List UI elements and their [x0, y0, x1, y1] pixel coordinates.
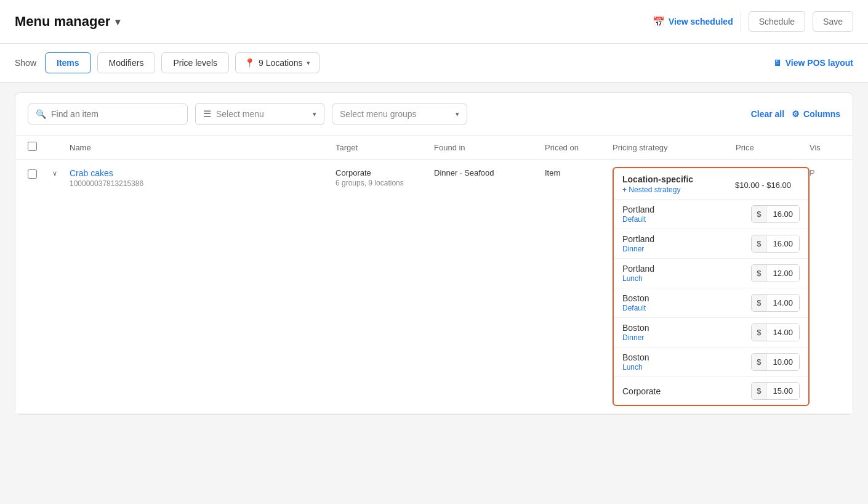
pricing-box: Location-specific + Nested strategy $10.… [613, 167, 810, 406]
view-pos-label: View POS layout [786, 58, 853, 68]
row-checkbox-cell [28, 160, 52, 179]
tab-items[interactable]: Items [45, 52, 91, 73]
search-input-wrap: 🔍 [28, 104, 188, 124]
toolbar-left: Show Items Modifiers Price levels 📍 9 Lo… [15, 52, 319, 73]
vis-cell: P [810, 160, 840, 186]
select-menu-chevron-icon: ▾ [313, 110, 316, 118]
target-cell: Corporate 6 groups, 9 locations [336, 160, 434, 196]
pricing-amount-input[interactable]: $ 16.00 [751, 235, 800, 253]
toolbar: Show Items Modifiers Price levels 📍 9 Lo… [0, 44, 868, 83]
tab-modifiers[interactable]: Modifiers [97, 52, 156, 73]
view-pos-button[interactable]: 🖥 View POS layout [773, 58, 853, 68]
pricing-strategy-cell: Location-specific + Nested strategy $10.… [613, 160, 810, 413]
columns-button[interactable]: ⚙ Columns [792, 109, 840, 119]
pricing-amount-input[interactable]: $ 10.00 [751, 353, 800, 371]
columns-label: Columns [803, 109, 840, 119]
locations-label: 9 Locations [259, 58, 303, 68]
show-label: Show [15, 58, 36, 68]
table-row: ∨ Crab cakes 100000037813215386 Corporat… [15, 160, 853, 414]
pricing-row-boston-default: Boston Default $ 14.00 [614, 288, 808, 318]
select-all-checkbox[interactable] [28, 142, 37, 151]
price-value: 10.00 [766, 354, 799, 370]
pricing-nested-label: + Nested strategy [622, 185, 693, 194]
dollar-sign: $ [752, 235, 766, 252]
row-checkbox[interactable] [28, 169, 37, 179]
page-title: Menu manager [15, 14, 110, 30]
col-head-found-in: Found in [434, 143, 545, 152]
col-head-target: Target [336, 143, 434, 152]
price-value: 16.00 [766, 206, 799, 222]
location-sub: Lunch [622, 363, 751, 372]
price-value: 15.00 [766, 383, 799, 399]
expand-cell: ∨ [52, 160, 70, 177]
pricing-range: $10.00 - $16.00 [735, 174, 800, 193]
dollar-sign: $ [752, 383, 766, 399]
location-sub: Default [622, 304, 751, 312]
header-actions: 📅 View scheduled Schedule Save [653, 11, 853, 32]
select-menu-label: Select menu [216, 109, 308, 119]
location-sub: Lunch [622, 274, 751, 283]
pricing-row-boston-dinner: Boston Dinner $ 14.00 [614, 318, 808, 348]
pricing-row-portland-default: Portland Default $ 16.00 [614, 200, 808, 229]
target-main: Corporate [336, 168, 434, 177]
locations-dropdown[interactable]: 📍 9 Locations ▾ [235, 52, 319, 73]
location-sub: Dinner [622, 245, 751, 253]
pricing-amount-input[interactable]: $ 15.00 [751, 382, 800, 400]
pricing-amount-input[interactable]: $ 14.00 [751, 323, 800, 341]
page-title-group: Menu manager ▾ [15, 14, 120, 30]
pricing-amount-input[interactable]: $ 14.00 [751, 294, 800, 312]
found-in-cell: Dinner · Seafood [434, 160, 545, 186]
calendar-icon: 📅 [653, 16, 665, 28]
select-menu-dropdown[interactable]: ☰ Select menu ▾ [195, 103, 324, 125]
col-head-price: Price [736, 143, 810, 152]
menu-icon: ☰ [203, 108, 211, 120]
table-header: Name Target Found in Priced on Pricing s… [15, 136, 853, 160]
col-head-name: Name [70, 143, 336, 152]
pricing-location-boston-default: Boston Default [622, 293, 751, 312]
target-sub: 6 groups, 9 locations [336, 179, 434, 187]
location-name: Portland [622, 234, 751, 244]
title-dropdown-arrow[interactable]: ▾ [115, 16, 120, 28]
select-groups-label: Select menu groups [340, 109, 417, 119]
content-card: 🔍 ☰ Select menu ▾ Select menu groups ▾ C… [15, 92, 853, 415]
dollar-sign: $ [752, 324, 766, 341]
location-name: Portland [622, 205, 751, 214]
pricing-row-boston-lunch: Boston Lunch $ 10.00 [614, 348, 808, 377]
pricing-top-row: Location-specific + Nested strategy $10.… [614, 168, 808, 200]
price-value: 14.00 [766, 295, 799, 311]
filters-row: 🔍 ☰ Select menu ▾ Select menu groups ▾ C… [15, 93, 853, 136]
location-name: Corporate [622, 386, 751, 396]
location-name: Boston [622, 323, 751, 333]
clear-all-button[interactable]: Clear all [751, 109, 784, 119]
price-value: 16.00 [766, 235, 799, 252]
tab-price-levels[interactable]: Price levels [161, 52, 229, 73]
price-value: 12.00 [766, 265, 799, 282]
pricing-location-portland-default: Portland Default [622, 205, 751, 224]
location-name: Boston [622, 352, 751, 362]
pricing-amount-input[interactable]: $ 16.00 [751, 205, 800, 223]
header-divider [741, 12, 741, 31]
col-head-vis: Vis [810, 143, 840, 152]
view-scheduled-button[interactable]: 📅 View scheduled [653, 16, 733, 28]
item-id: 100000037813215386 [70, 179, 336, 188]
location-sub: Dinner [622, 333, 751, 342]
pricing-strategy-info: Location-specific + Nested strategy [622, 174, 693, 194]
item-name-cell: Crab cakes 100000037813215386 [70, 160, 336, 197]
expand-icon[interactable]: ∨ [52, 169, 57, 177]
location-name: Portland [622, 264, 751, 274]
dollar-sign: $ [752, 265, 766, 282]
search-icon: 🔍 [36, 109, 46, 119]
item-name[interactable]: Crab cakes [70, 168, 336, 178]
schedule-button[interactable]: Schedule [749, 11, 805, 32]
location-name: Boston [622, 293, 751, 303]
select-groups-dropdown[interactable]: Select menu groups ▾ [332, 104, 467, 124]
pricing-location-boston-lunch: Boston Lunch [622, 352, 751, 372]
monitor-icon: 🖥 [773, 58, 782, 68]
pricing-row-portland-lunch: Portland Lunch $ 12.00 [614, 259, 808, 288]
col-checkbox [28, 142, 52, 153]
pricing-strategy-name: Location-specific [622, 174, 693, 184]
pricing-amount-input[interactable]: $ 12.00 [751, 264, 800, 282]
save-button[interactable]: Save [813, 11, 853, 32]
search-input[interactable] [51, 109, 180, 119]
pricing-location-portland-lunch: Portland Lunch [622, 264, 751, 283]
